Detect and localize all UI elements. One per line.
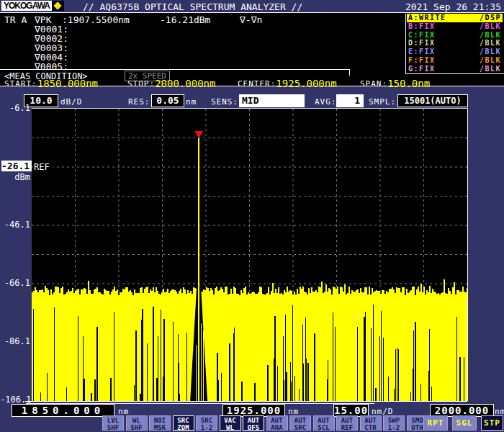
trace-name: E:FIX [408,48,436,56]
trace-display-status: /BLK [480,31,501,40]
noise-dropout [285,315,286,401]
noise-dropout [371,328,372,401]
trace-status-row-g: G:FIX/BLK [407,65,503,73]
center-label: CENTER: [238,78,276,89]
noise-dropout [147,343,148,401]
peak-level-value: -16.21dBm [160,14,210,25]
noise-dropout [114,312,114,401]
noise-dropout [364,317,365,401]
x-start-box: 1850.000 [12,404,114,417]
noise-dropout [307,363,309,401]
trace-status-row-e: E:FIX/BLK [407,48,503,56]
smpl-value-box: 15001(AUTO) [397,94,468,107]
softkey-vac-wl[interactable]: VACWL [220,415,241,431]
app-title: // AQ6375B OPTICAL SPECTRUM ANALYZER // [83,1,302,12]
softkey-noi-msk[interactable]: NOIMSK [149,415,171,431]
noise-dropout [140,394,141,401]
noise-dropout [431,387,432,401]
separator-corner [349,69,350,76]
noise-dropout [292,305,293,401]
softkey-lvl-shf[interactable]: LVLSHF [102,415,124,431]
noise-dropout [410,392,411,401]
softkey-swp-1-2[interactable]: SWP1-2 [383,415,405,431]
noise-dropout [173,322,174,401]
noise-dropout [241,382,243,401]
stop-field: STOP: 2000.000nm [127,78,215,89]
noise-dropout [94,379,96,402]
trace-display-status: /BLK [480,48,501,56]
smpl-label: SMPL: [369,97,396,107]
noise-dropout [302,325,303,402]
trace-name: D:FIX [408,39,436,48]
softkey-src-1-2[interactable]: SRC1-2 [196,415,217,431]
noise-dropout [163,319,165,401]
trace-name: G:FIX [408,65,436,73]
softkey-src-zom[interactable]: SRCZOM [173,415,194,431]
y-tick-label: -6.1 [0,104,30,112]
noise-dropout [398,349,399,401]
trace-display-status: /BLK [480,56,501,65]
noise-dropout [428,371,429,401]
softkey-aut-ofs[interactable]: AUTOFS [243,415,264,431]
noise-dropout [373,305,374,401]
y-tick-label: -86.1 [0,337,30,346]
level-scale-unit: dB/D [60,97,83,107]
noise-dropout [395,349,396,401]
plot-bottom-border [25,401,467,402]
noise-dropout [383,338,384,401]
noise-dropout [179,363,179,401]
avg-value-box: 1 [336,94,364,107]
avg-label: AVG: [315,97,337,107]
center-value: 1925.000nm [276,78,336,89]
noise-dropout [274,359,274,402]
trace-display-status: /BLK [480,22,501,31]
noise-dropout [306,359,307,402]
stop-sweep-button[interactable]: STP [481,415,503,431]
single-sweep-button[interactable]: SGL [452,415,477,431]
noise-dropout [314,333,315,401]
notch-line [196,345,197,401]
noise-dropout [84,379,85,401]
separator-line [0,69,349,70]
trace-status-panel: A:WRITE/DSPB:FIX/BLKC:FIX/BLKD:FIX/BLKE:… [405,14,504,74]
repeat-sweep-button[interactable]: RPT [423,415,448,431]
noise-dropout [54,307,55,401]
softkey-wl-shf[interactable]: WLSHF [126,415,148,431]
softkey-aut-ctr[interactable]: AUTCTR [360,415,382,431]
noise-dropout [388,377,389,402]
softkey-aut-src[interactable]: AUTSRC [289,415,311,431]
peak-wavelength-value: :1907.5500nm [62,14,130,25]
trace-name: C:FIX [408,31,436,40]
notch-line [203,330,204,401]
start-field: START: 1850.000nm [4,78,98,89]
y-tick-label: -66.1 [0,279,30,287]
noise-dropout [420,384,421,401]
logo-text: YOKOGAWA [1,1,52,11]
noise-dropout [153,307,154,401]
noise-dropout [305,318,306,401]
softkey-aut-scl[interactable]: AUTSCL [313,415,335,431]
spectrum-plot: REF [32,109,467,401]
noise-dropout [47,373,48,401]
noise-dropout [135,330,137,401]
softkey-aut-ref[interactable]: AUTREF [336,415,358,431]
trace-status-row-a: A:WRITE/DSP [407,14,503,22]
noise-dropout [274,316,276,402]
noise-dropout [110,378,112,401]
sens-label: SENS: [211,97,238,107]
noise-dropout [291,382,292,401]
trace-status-row-c: C:FIX/BLK [407,31,503,40]
noise-dropout [286,372,287,401]
noise-dropout [413,369,413,401]
noise-dropout [283,369,284,402]
noise-dropout [456,317,457,401]
noise-dropout [66,387,67,402]
peak-spike [198,138,199,401]
start-value: 1850.000nm [37,78,98,89]
noise-dropout [357,327,358,401]
softkey-aut-ana[interactable]: AUTANA [266,415,288,431]
trace-name: B:FIX [408,22,436,31]
noise-dropout [394,389,395,401]
logo-diamond-box [52,1,64,11]
noise-dropout [381,311,382,401]
